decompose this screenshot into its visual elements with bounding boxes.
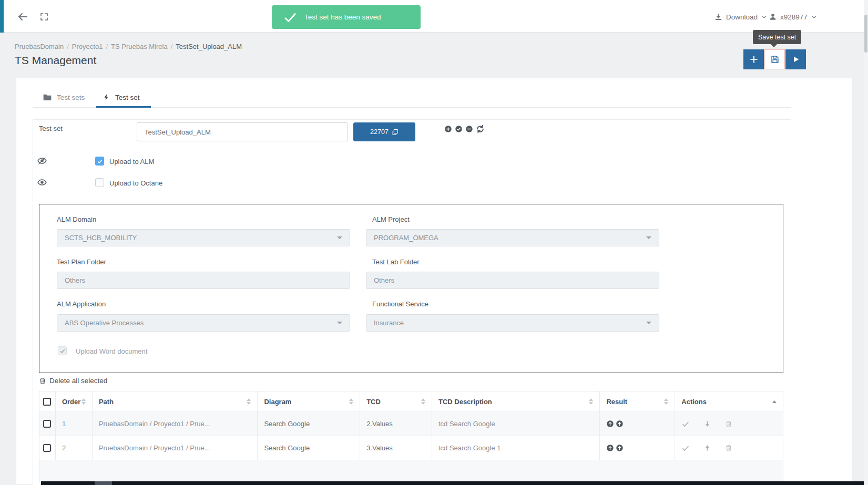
- run-test-set-button[interactable]: [785, 49, 806, 69]
- breadcrumb: PruebasDomain/Proyecto1/TS Pruebas Mirel…: [15, 43, 242, 50]
- upload-status-icon[interactable]: [616, 420, 624, 428]
- sort-icon[interactable]: [247, 398, 251, 405]
- breadcrumb-separator: /: [106, 43, 108, 50]
- upload-octane-checkbox[interactable]: [95, 178, 104, 187]
- sort-icon[interactable]: [81, 398, 86, 405]
- table-header-diagram[interactable]: Diagram: [258, 391, 360, 411]
- alm-application-select[interactable]: ABS Operative Processes: [57, 314, 350, 332]
- minus-circle-icon[interactable]: [465, 125, 473, 133]
- vertical-scrollbar-thumb[interactable]: [864, 15, 867, 53]
- trash-icon: [39, 377, 46, 385]
- upload-word-checkbox[interactable]: [58, 346, 67, 355]
- caret-down-icon: [337, 322, 342, 324]
- tcd-description-cell: tcd Search Google: [432, 412, 600, 436]
- table-row: 1 PruebasDomain / Proyecto1 / Prue... Se…: [39, 411, 783, 436]
- test-set-quick-actions: [444, 125, 485, 133]
- download-label: Download: [726, 13, 758, 21]
- tab-test-sets-label: Test sets: [57, 94, 85, 101]
- breadcrumb-item[interactable]: Proyecto1: [72, 43, 103, 50]
- play-icon: [792, 55, 800, 64]
- tcd-table: Order Path Diagram TCD TCD Description R…: [39, 391, 783, 482]
- sort-icon[interactable]: [589, 398, 593, 405]
- header-label: TCD: [366, 398, 381, 406]
- user-menu[interactable]: x928977: [769, 11, 818, 23]
- back-button[interactable]: [16, 10, 29, 24]
- path-cell: PruebasDomain / Proyecto1 / Prue...: [93, 436, 258, 460]
- horizontal-scrollbar[interactable]: [41, 481, 868, 485]
- test-lab-folder-input[interactable]: Others: [366, 272, 659, 289]
- actions-cell: [675, 412, 783, 436]
- sort-ascending-icon[interactable]: [772, 400, 777, 403]
- trash-icon[interactable]: [725, 444, 732, 452]
- alm-project-select[interactable]: PROGRAM_OMEGA: [366, 229, 659, 246]
- sort-icon[interactable]: [421, 398, 425, 405]
- table-header-tcd[interactable]: TCD: [360, 391, 432, 411]
- check-action-icon[interactable]: [681, 445, 690, 452]
- upload-alm-checkbox[interactable]: [95, 157, 104, 166]
- fullscreen-icon: [39, 12, 49, 22]
- functional-service-select[interactable]: Insurance: [366, 314, 659, 332]
- row-checkbox[interactable]: [43, 420, 51, 428]
- table-header-path[interactable]: Path: [93, 391, 258, 411]
- check-circle-icon[interactable]: [455, 125, 463, 133]
- eye-icon[interactable]: [37, 177, 47, 188]
- toast-message: Test set has been saved: [304, 13, 381, 21]
- upload-status-icon[interactable]: [616, 444, 624, 452]
- save-test-set-button[interactable]: [764, 49, 785, 69]
- breadcrumb-item[interactable]: PruebasDomain: [15, 43, 64, 50]
- page-title: TS Management: [15, 54, 96, 67]
- check-action-icon[interactable]: [681, 420, 690, 428]
- test-plan-folder-input[interactable]: Others: [57, 272, 350, 289]
- upload-status-icon[interactable]: [606, 420, 614, 428]
- download-menu[interactable]: Download: [714, 11, 768, 23]
- breadcrumb-separator: /: [67, 43, 69, 50]
- functional-service-label: Functional Service: [372, 300, 428, 308]
- arrow-left-icon: [16, 11, 29, 23]
- toolbar: [743, 49, 806, 69]
- test-set-id-button[interactable]: 22707: [353, 122, 415, 141]
- bolt-icon: [103, 93, 110, 101]
- breadcrumb-item[interactable]: TS Pruebas Mirela: [111, 43, 168, 50]
- row-checkbox[interactable]: [43, 444, 51, 452]
- table-header-select-all[interactable]: [39, 391, 56, 411]
- header-label: Path: [99, 398, 114, 406]
- check-icon: [97, 158, 103, 164]
- check-icon: [59, 348, 66, 354]
- user-icon: [769, 13, 777, 21]
- eye-slash-icon[interactable]: [37, 156, 47, 166]
- table-header-actions[interactable]: Actions: [675, 391, 783, 411]
- vertical-scrollbar[interactable]: [864, 0, 868, 485]
- alm-application-value: ABS Operative Processes: [65, 319, 144, 327]
- move-up-icon[interactable]: [703, 444, 711, 452]
- alm-domain-select[interactable]: SCTS_HCB_MOBILITY: [57, 229, 350, 246]
- refresh-icon[interactable]: [476, 125, 485, 133]
- top-bar: Download x928977: [0, 0, 868, 33]
- header-label: Order: [62, 398, 80, 406]
- test-set-name-input[interactable]: [137, 122, 348, 141]
- result-cell: [600, 436, 675, 460]
- add-test-set-button[interactable]: [743, 49, 764, 69]
- trash-icon[interactable]: [725, 420, 732, 428]
- order-cell: 1: [56, 412, 93, 436]
- test-plan-folder-value: Others: [65, 276, 85, 284]
- tab-test-set[interactable]: Test set: [103, 87, 140, 107]
- tab-test-sets[interactable]: Test sets: [43, 87, 85, 107]
- tcd-cell: 2.Values: [360, 412, 432, 436]
- result-cell: [600, 412, 675, 436]
- upload-status-icon[interactable]: [606, 444, 614, 452]
- fullscreen-button[interactable]: [39, 12, 49, 22]
- header-label: Diagram: [264, 398, 291, 406]
- plus-icon: [749, 54, 759, 65]
- table-header-result[interactable]: Result: [600, 391, 675, 411]
- upload-octane-label: Upload to Octane: [109, 179, 162, 187]
- select-all-checkbox[interactable]: [43, 398, 51, 406]
- horizontal-scrollbar-thumb[interactable]: [95, 481, 112, 485]
- table-header-tcd-description[interactable]: TCD Description: [432, 391, 600, 411]
- table-header-order[interactable]: Order: [56, 391, 93, 411]
- sort-icon[interactable]: [664, 398, 668, 405]
- move-down-icon[interactable]: [703, 420, 711, 428]
- active-tab-underline: [96, 106, 151, 108]
- delete-all-selected-button[interactable]: Delete all selected: [39, 377, 107, 385]
- plus-circle-icon[interactable]: [444, 125, 452, 133]
- sort-icon[interactable]: [349, 398, 353, 405]
